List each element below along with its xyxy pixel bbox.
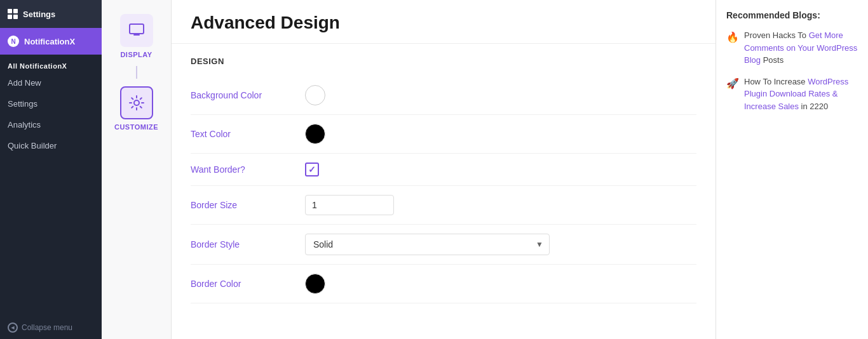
want-border-row: Want Border? ✓	[191, 154, 696, 186]
quick-builder-label: Quick Builder	[8, 141, 57, 150]
border-style-wrapper: Solid Dashed Dotted Double ▼	[305, 234, 550, 255]
fire-emoji: 🔥	[726, 30, 739, 67]
settings-label: Settings	[23, 10, 55, 19]
border-style-label: Border Style	[191, 239, 292, 249]
border-style-select[interactable]: Solid Dashed Dotted Double	[305, 234, 550, 255]
svg-point-3	[134, 100, 139, 105]
blog-text-1: Proven Hacks To Get More Comments on You…	[744, 29, 858, 67]
blog-item-2: 🚀 How To Increase WordPress Plugin Downl…	[726, 76, 858, 113]
customize-icon	[128, 94, 146, 112]
customize-icon-box	[120, 86, 153, 119]
display-step-label: DISPLAY	[120, 51, 152, 58]
border-style-row: Border Style Solid Dashed Dotted Double …	[191, 225, 696, 265]
blog-link-2[interactable]: WordPress Plugin Download Rates & Increa…	[744, 77, 848, 111]
background-color-row: Background Color	[191, 76, 696, 115]
customize-step-label: CUSTOMIZE	[114, 123, 158, 131]
text-color-row: Text Color	[191, 115, 696, 154]
step-connector	[136, 66, 137, 79]
step-customize[interactable]: CUSTOMIZE	[102, 79, 171, 138]
sidebar-section-title: All NotificationX	[0, 55, 102, 72]
sidebar-item-settings[interactable]: Settings	[0, 93, 102, 114]
add-new-label: Add New	[8, 78, 41, 88]
step-display[interactable]: DISPLAY	[102, 6, 171, 66]
blog-link-1[interactable]: Get More Comments on Your WordPress Blog	[744, 30, 857, 65]
analytics-label: Analytics	[8, 120, 41, 130]
collapse-label: Collapse menu	[22, 323, 72, 332]
step-navigation: DISPLAY CUSTOMIZE	[102, 0, 172, 339]
recommended-blogs-title: Recommended Blogs:	[726, 10, 858, 20]
want-border-checkbox[interactable]: ✓	[305, 163, 319, 176]
blog-text-2: How To Increase WordPress Plugin Downloa…	[744, 76, 858, 113]
border-color-picker[interactable]	[305, 274, 325, 294]
sidebar: Settings N NotificationX All Notificatio…	[0, 0, 102, 339]
background-color-picker[interactable]	[305, 85, 325, 105]
sidebar-menu: Add New Settings Analytics Quick Builder	[0, 72, 102, 156]
design-section-title: DESIGN	[191, 56, 696, 66]
settings-nav-label: Settings	[8, 99, 37, 109]
border-size-row: Border Size	[191, 186, 696, 225]
svg-rect-1	[133, 34, 140, 36]
want-border-label: Want Border?	[191, 164, 292, 175]
brand-icon: N	[8, 36, 19, 47]
sidebar-brand[interactable]: N NotificationX	[0, 28, 102, 55]
text-color-picker[interactable]	[305, 124, 325, 144]
sidebar-item-add-new[interactable]: Add New	[0, 72, 102, 93]
border-size-label: Border Size	[191, 200, 292, 210]
design-section: DESIGN Background Color Text Color Want …	[172, 44, 715, 316]
svg-rect-0	[130, 24, 144, 34]
main-content: Advanced Design DESIGN Background Color …	[172, 0, 715, 339]
text-color-label: Text Color	[191, 129, 292, 139]
right-sidebar: Recommended Blogs: 🔥 Proven Hacks To Get…	[715, 0, 868, 339]
grid-icon	[8, 9, 18, 19]
background-color-label: Background Color	[191, 90, 292, 100]
sidebar-item-analytics[interactable]: Analytics	[0, 114, 102, 135]
main-header: Advanced Design	[172, 0, 715, 44]
brand-label: NotificationX	[24, 37, 75, 46]
display-icon	[128, 22, 146, 39]
collapse-menu-button[interactable]: ◄ Collapse menu	[0, 316, 102, 339]
collapse-icon: ◄	[8, 322, 18, 333]
sidebar-settings-item[interactable]: Settings	[0, 0, 102, 28]
border-size-input[interactable]	[305, 195, 394, 215]
sidebar-item-quick-builder[interactable]: Quick Builder	[0, 135, 102, 156]
page-title: Advanced Design	[191, 13, 696, 33]
blog-item-1: 🔥 Proven Hacks To Get More Comments on Y…	[726, 29, 858, 67]
rocket-emoji: 🚀	[726, 76, 739, 113]
display-icon-box	[120, 14, 153, 47]
border-color-row: Border Color	[191, 265, 696, 303]
border-color-label: Border Color	[191, 279, 292, 289]
